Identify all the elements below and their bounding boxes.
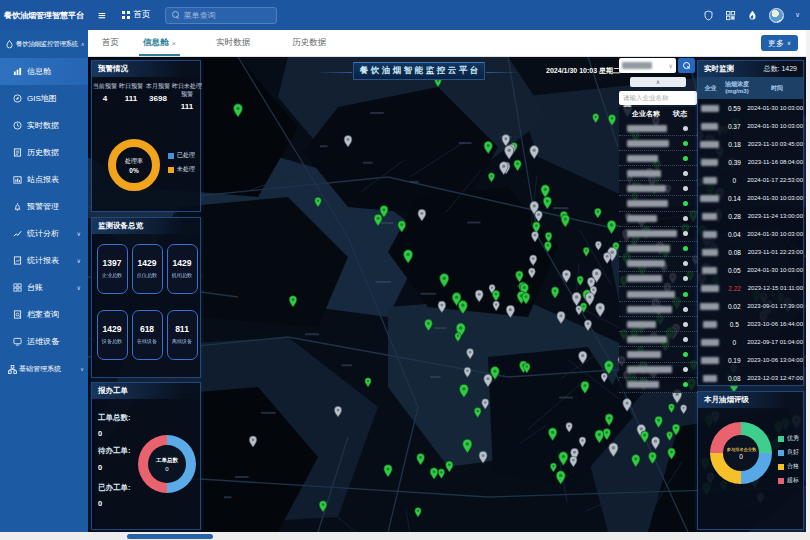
realtime-row[interactable]: 0.392023-11-16 08:04:00	[698, 153, 803, 171]
device-stat-card: 1397企业总数	[97, 244, 128, 294]
sidebar-item-5[interactable]: 预警管理	[0, 193, 88, 220]
sidebar-item-9[interactable]: 档案查询	[0, 301, 88, 328]
device-stat-card: 811离线设备	[167, 310, 198, 360]
flame-icon[interactable]	[747, 10, 758, 21]
search-placeholder: 菜单查询	[184, 10, 216, 21]
sidebar-group-base[interactable]: 基础管理系统 ∨	[0, 355, 88, 383]
horizontal-scrollbar-track[interactable]	[0, 532, 810, 540]
status-dot	[683, 171, 688, 176]
workorder-panel-title: 报办工单	[98, 386, 128, 396]
company-row[interactable]	[619, 196, 697, 211]
more-button[interactable]: 更多 ∨	[761, 35, 798, 51]
status-dot	[683, 156, 688, 161]
company-name-input[interactable]: 请输入企业名称	[619, 91, 697, 105]
sidebar-item-1[interactable]: GIS地图	[0, 85, 88, 112]
warning-stat: 本月预警3698	[144, 83, 172, 111]
company-row[interactable]	[619, 332, 697, 347]
company-row[interactable]	[619, 287, 697, 302]
menu-search-input[interactable]: 菜单查询	[165, 7, 277, 24]
sidebar-item-6[interactable]: 统计分析∨	[0, 220, 88, 247]
realtime-row[interactable]: 02024-01-17 22:53:00	[698, 171, 803, 189]
app-title: 餐饮油烟管理智慧平台	[0, 10, 88, 21]
realtime-row[interactable]: 0.372024-01-30 10:03:00	[698, 117, 803, 135]
realtime-row[interactable]: 0.082023-11-01 22:23:00	[698, 243, 803, 261]
company-row[interactable]	[619, 136, 697, 151]
realtime-row[interactable]: 0.182023-11-10 03:45:00	[698, 135, 803, 153]
sidebar-item-3[interactable]: 历史数据	[0, 139, 88, 166]
tab-0[interactable]: 首页	[102, 30, 119, 56]
sidebar-item-0[interactable]: 信息舱	[0, 58, 88, 85]
company-row[interactable]	[619, 227, 697, 242]
realtime-row[interactable]: 0.52023-10-06 16:44:00	[698, 315, 803, 333]
horizontal-scrollbar-thumb[interactable]	[127, 534, 213, 539]
sidebar-item-label: 统计报表	[27, 255, 59, 266]
nav-home[interactable]: 首页	[122, 9, 151, 21]
company-search-button[interactable]	[678, 58, 695, 73]
company-row[interactable]	[619, 212, 697, 227]
company-row[interactable]	[619, 272, 697, 287]
company-row[interactable]	[619, 317, 697, 332]
sidebar-item-7[interactable]: 统计报表∨	[0, 247, 88, 274]
company-row[interactable]	[619, 151, 697, 166]
workorder-value: 0	[98, 463, 102, 472]
rating-panel-title: 本月油烟评级	[704, 395, 749, 405]
sidebar-item-10[interactable]: 运维设备	[0, 328, 88, 355]
chevron-down-icon: ∨	[787, 40, 791, 46]
sidebar-item-8[interactable]: 台账∨	[0, 274, 88, 301]
realtime-row[interactable]: 0.052024-01-30 10:03:00	[698, 261, 803, 279]
company-row[interactable]	[619, 363, 697, 378]
sidebar-item-label: 信息舱	[27, 66, 51, 77]
workorder-donut-value: 0	[165, 466, 168, 472]
realtime-total-value: 1429	[781, 65, 797, 72]
realtime-row[interactable]: 0.142024-01-30 10:03:00	[698, 189, 803, 207]
company-row[interactable]	[619, 121, 697, 136]
sidebar-item-label: GIS地图	[27, 93, 57, 104]
tab-2[interactable]: 实时数据	[216, 30, 250, 56]
analysis-icon	[13, 229, 22, 238]
tab-1[interactable]: 信息舱×	[143, 30, 176, 56]
close-icon[interactable]: ×	[172, 39, 177, 48]
apps-icon[interactable]	[725, 10, 736, 21]
user-caret-icon[interactable]: ∨	[795, 11, 800, 19]
history-icon	[13, 148, 22, 157]
realtime-row[interactable]: 0.082023-12-03 12:47:00	[698, 369, 803, 387]
warning-panel-title: 预警情况	[98, 64, 128, 74]
realtime-row[interactable]: 0.592024-01-30 10:03:00	[698, 99, 803, 117]
status-dot	[683, 337, 688, 342]
dashboard: 餐饮油烟智能监控云平台 2024/1/30 10:03 星期二 预警情况 当前预…	[88, 57, 806, 532]
sidebar-item-2[interactable]: 实时数据	[0, 112, 88, 139]
search-icon	[172, 11, 180, 19]
status-dot	[683, 246, 688, 251]
tab-label: 历史数据	[292, 37, 326, 49]
realtime-row[interactable]: 0.042024-01-30 10:03:00	[698, 225, 803, 243]
realtime-row[interactable]: 0.192023-10-06 13:04:00	[698, 351, 803, 369]
company-row[interactable]	[619, 302, 697, 317]
company-row[interactable]	[619, 347, 697, 362]
droplet-icon	[5, 40, 14, 49]
company-row[interactable]	[619, 242, 697, 257]
sidebar-group-monitor[interactable]: 餐饮油烟监控管理系统 ∧	[0, 30, 88, 58]
sidebar-item-4[interactable]: 站点报表	[0, 166, 88, 193]
chevron-up-icon: ∧	[81, 41, 84, 47]
tab-bar: 首页信息舱×实时数据历史数据 更多 ∨	[88, 30, 806, 57]
tab-3[interactable]: 历史数据	[292, 30, 326, 56]
avatar[interactable]	[769, 8, 784, 23]
company-row[interactable]	[619, 166, 697, 181]
shield-icon[interactable]	[703, 10, 714, 21]
realtime-row[interactable]: 02022-09-17 01:04:00	[698, 333, 803, 351]
realtime-row[interactable]: 0.022023-09-01 17:39:00	[698, 297, 803, 315]
realtime-row[interactable]: 0.282023-11-24 13:00:00	[698, 207, 803, 225]
company-select[interactable]: ∨	[619, 58, 676, 73]
warning-stat: 昨日未处理预警111	[172, 83, 202, 111]
hamburger-menu-icon[interactable]: ≡	[98, 8, 106, 23]
collapse-bar[interactable]: ∧	[630, 77, 686, 87]
status-dot	[683, 201, 688, 206]
company-row[interactable]	[619, 378, 697, 393]
more-label: 更多	[768, 38, 784, 49]
chevron-down-icon: ∨	[669, 62, 673, 69]
company-row[interactable]	[619, 181, 697, 196]
vertical-scrollbar-track[interactable]	[806, 30, 810, 532]
company-table: 企业名称 状态	[619, 107, 697, 393]
company-row[interactable]	[619, 257, 697, 272]
realtime-row[interactable]: 2.222023-12-15 01:11:00	[698, 279, 803, 297]
